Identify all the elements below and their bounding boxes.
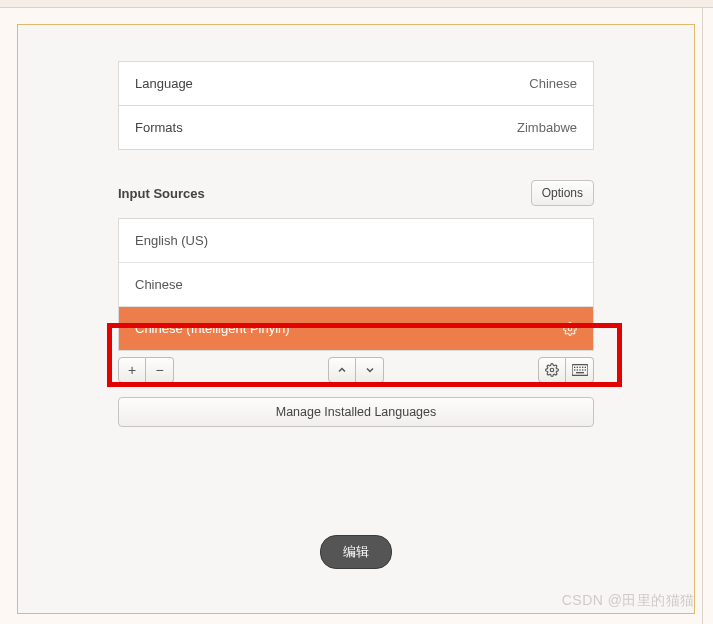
minus-icon: − [155, 362, 163, 378]
language-row[interactable]: Language Chinese [119, 62, 593, 105]
input-source-item[interactable]: Chinese [119, 262, 593, 306]
svg-rect-7 [584, 367, 585, 368]
input-source-label: Chinese (Intelligent Pinyin) [135, 321, 290, 336]
input-source-settings-button[interactable] [538, 357, 566, 383]
remove-source-button[interactable]: − [146, 357, 174, 383]
svg-rect-4 [576, 367, 577, 368]
svg-rect-12 [584, 369, 585, 370]
gear-icon [545, 363, 559, 377]
svg-rect-5 [579, 367, 580, 368]
svg-rect-3 [574, 367, 575, 368]
chevron-up-icon [336, 364, 348, 376]
formats-value: Zimbabwe [517, 120, 577, 135]
chevron-down-icon [364, 364, 376, 376]
svg-rect-11 [582, 369, 583, 370]
input-sources-list: English (US) Chinese Chinese (Intelligen… [118, 218, 594, 351]
language-value: Chinese [529, 76, 577, 91]
svg-rect-9 [576, 369, 577, 370]
input-sources-title: Input Sources [118, 186, 205, 201]
input-sources-toolbar: + − [118, 357, 594, 383]
manage-languages-button[interactable]: Manage Installed Languages [118, 397, 594, 427]
input-source-item-selected[interactable]: Chinese (Intelligent Pinyin) [119, 306, 593, 350]
input-source-item[interactable]: English (US) [119, 219, 593, 262]
language-label: Language [135, 76, 193, 91]
formats-label: Formats [135, 120, 183, 135]
locale-settings-table: Language Chinese Formats Zimbabwe [118, 61, 594, 150]
add-source-button[interactable]: + [118, 357, 146, 383]
svg-point-1 [550, 368, 554, 372]
svg-rect-8 [574, 369, 575, 370]
preferences-icon[interactable] [563, 322, 577, 336]
keyboard-icon [572, 364, 588, 376]
edit-button[interactable]: 编辑 [320, 535, 392, 569]
formats-row[interactable]: Formats Zimbabwe [119, 105, 593, 149]
input-source-label: Chinese [135, 277, 183, 292]
move-up-button[interactable] [328, 357, 356, 383]
plus-icon: + [128, 362, 136, 378]
input-source-label: English (US) [135, 233, 208, 248]
svg-rect-6 [582, 367, 583, 368]
svg-point-0 [568, 327, 572, 331]
options-button[interactable]: Options [531, 180, 594, 206]
settings-window: Language Chinese Formats Zimbabwe Input … [17, 24, 695, 614]
input-sources-header: Input Sources Options [118, 180, 594, 206]
show-keyboard-layout-button[interactable] [566, 357, 594, 383]
move-down-button[interactable] [356, 357, 384, 383]
svg-rect-10 [579, 369, 580, 370]
svg-rect-13 [576, 372, 584, 373]
